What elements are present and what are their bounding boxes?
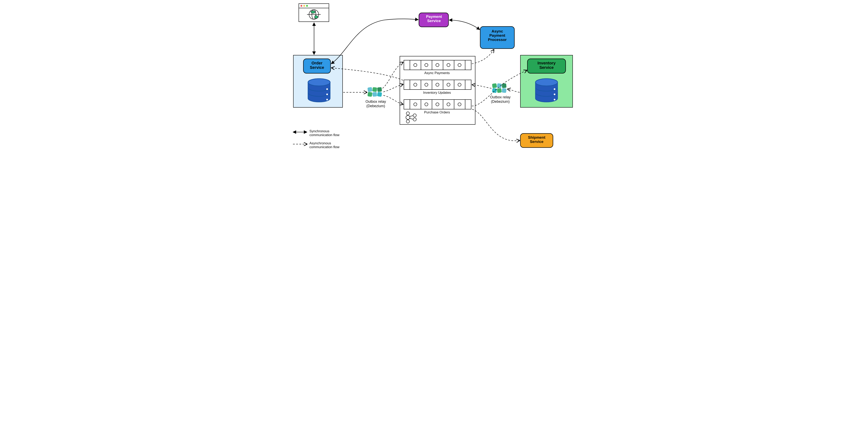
- legend-async-label: Asynchronouscommunication flow: [309, 141, 339, 149]
- topic-purchase-orders: [404, 100, 471, 109]
- topic-label-3: Purchase Orders: [416, 110, 458, 114]
- outbox-relay-left-label: Outbox relay(Debezium): [360, 100, 392, 108]
- order-service-label: OrderService: [304, 61, 330, 70]
- svg-point-59: [406, 112, 409, 115]
- svg-rect-69: [372, 87, 377, 92]
- async-payment-processor-label: AsyncPaymentProcessor: [481, 29, 514, 42]
- svg-point-63: [406, 115, 410, 119]
- svg-point-20: [554, 94, 555, 95]
- svg-point-14: [326, 94, 328, 95]
- svg-rect-79: [502, 88, 506, 93]
- svg-point-12: [308, 79, 330, 86]
- svg-rect-74: [492, 83, 497, 88]
- svg-point-62: [413, 118, 416, 121]
- svg-point-19: [554, 88, 555, 90]
- shipment-service-label: ShipmentService: [521, 136, 552, 144]
- svg-rect-77: [492, 88, 497, 93]
- diagram-canvas: OrderService PaymentService AsyncPayment…: [287, 0, 581, 152]
- arrow-invdb-debeziumR-async: [507, 89, 520, 92]
- svg-point-2: [301, 5, 302, 7]
- topic-label-1: Async Payments: [416, 71, 458, 75]
- outbox-relay-right-label: Outbox relay(Debezium): [484, 95, 516, 104]
- svg-point-4: [306, 5, 308, 7]
- svg-rect-68: [368, 87, 373, 92]
- browser-icon: [299, 4, 329, 22]
- svg-rect-70: [377, 87, 382, 92]
- legend-sync-label: Synchronouscommunication flow: [309, 130, 339, 137]
- svg-point-60: [406, 120, 409, 123]
- svg-point-15: [326, 99, 328, 100]
- topic-async-payments: [404, 60, 471, 70]
- order-db-icon: [308, 79, 330, 102]
- svg-rect-71: [368, 92, 373, 97]
- svg-rect-75: [497, 83, 502, 88]
- svg-point-21: [554, 99, 555, 100]
- debezium-icon-left: [368, 87, 382, 97]
- svg-rect-76: [502, 83, 506, 88]
- svg-point-18: [535, 79, 558, 86]
- inventory-service-label: InventoryService: [528, 61, 565, 70]
- svg-rect-78: [497, 88, 502, 93]
- svg-rect-72: [372, 92, 377, 97]
- svg-point-3: [303, 5, 305, 7]
- topic-inventory-updates: [404, 80, 471, 90]
- payment-service-label: PaymentService: [420, 15, 448, 23]
- arrow-po-shipment-async: [472, 109, 520, 141]
- arrow-payment-asyncproc-sync: [449, 20, 480, 30]
- svg-point-13: [326, 88, 328, 90]
- topic-label-2: Inventory Updates: [416, 91, 458, 95]
- inventory-db-icon: [535, 79, 558, 102]
- svg-rect-73: [377, 92, 382, 97]
